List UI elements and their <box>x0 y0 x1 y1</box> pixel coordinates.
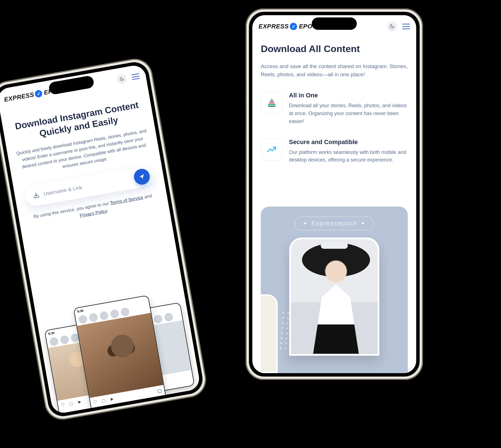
menu-bar-icon <box>132 75 140 78</box>
menu-button[interactable] <box>131 73 140 80</box>
svg-point-3 <box>271 98 273 100</box>
menu-button[interactable] <box>402 24 410 29</box>
clock-time: 8:30 <box>48 331 55 335</box>
device-button <box>246 141 246 172</box>
screen-left: EXPRESS ✓ EPOCH Download Instagram <box>0 64 201 415</box>
device-bezel: EXPRESS ✓ EPOCH Download All Conten <box>249 12 420 377</box>
promo-label: Expressepoch <box>311 220 357 227</box>
device-notch <box>312 17 357 30</box>
section-heading: Download All Content <box>261 43 408 54</box>
main-content: Download All Content Access and save all… <box>261 43 408 164</box>
terms-of-service-link[interactable]: Terms of Service <box>110 195 143 205</box>
feature-body: Download all your stories, Reels, photos… <box>289 102 408 126</box>
clock-time: 8:30 <box>77 309 84 313</box>
promo-panel: ✦ Expressepoch ✦ <box>261 207 408 373</box>
feature-all-in-one: All in One Download all your stories, Re… <box>261 92 408 126</box>
promo-device <box>289 238 379 356</box>
feature-title: All in One <box>289 92 408 99</box>
menu-bar-icon <box>131 73 139 75</box>
device-button <box>422 110 423 158</box>
brand-text-left: EXPRESS <box>4 91 35 103</box>
screen-right: EXPRESS ✓ EPOCH Download All Conten <box>252 15 416 373</box>
device-button <box>0 148 3 163</box>
heart-icon: ♡ <box>61 402 65 408</box>
menu-bar-icon <box>402 24 410 24</box>
agreement-mid: and <box>144 193 152 199</box>
svg-rect-1 <box>269 102 275 104</box>
instagram-preview-stack: 8:30 ♡ ◌ ➤ ▢ 8:30 8:30 <box>43 282 194 415</box>
menu-bar-icon <box>132 78 140 80</box>
promo-photo <box>291 239 378 354</box>
submit-button[interactable] <box>133 168 151 186</box>
brand-text-left: EXPRESS <box>259 23 289 30</box>
trending-up-icon <box>266 144 277 155</box>
device-notch <box>321 243 348 249</box>
moon-icon <box>119 77 124 82</box>
bookmark-icon: ▢ <box>157 387 162 393</box>
promo-side-device <box>261 294 278 373</box>
heart-icon: ♡ <box>93 399 98 405</box>
comment-icon: ◌ <box>101 398 106 404</box>
section-lead: Access and save all the content shared o… <box>261 62 408 79</box>
preview-photo <box>77 313 163 398</box>
hero: Download Instagram Content Quickly and E… <box>10 98 160 228</box>
feature-body: Our platform works seamlessly with both … <box>289 149 408 164</box>
sparkle-icon: ✦ <box>361 220 366 227</box>
device-button <box>246 104 246 135</box>
device-bezel: EXPRESS ✓ EPOCH Download Instagram <box>0 60 205 418</box>
sparkle-icon: ✦ <box>303 220 308 227</box>
feature-secure: Secure and Compatible Our platform works… <box>261 138 408 164</box>
stack-icon <box>266 97 277 108</box>
share-icon: ➤ <box>110 396 114 402</box>
promo-badge: ✦ Expressepoch ✦ <box>295 217 373 230</box>
search-input[interactable] <box>43 176 130 197</box>
feature-title: Secure and Compatible <box>289 138 408 146</box>
share-icon: ➤ <box>77 399 82 405</box>
device-button <box>246 79 246 96</box>
svg-rect-2 <box>270 100 273 102</box>
device-mockup-right: EXPRESS ✓ EPOCH Download All Conten <box>246 8 423 380</box>
dark-mode-toggle[interactable] <box>116 73 128 85</box>
verified-badge-icon: ✓ <box>34 89 43 98</box>
dark-mode-toggle[interactable] <box>387 21 397 32</box>
verified-badge-icon: ✓ <box>290 23 297 30</box>
download-icon <box>33 192 40 199</box>
device-mockup-left: EXPRESS ✓ EPOCH Download Instagram <box>0 56 209 422</box>
comment-icon: ◌ <box>69 400 74 406</box>
menu-bar-icon <box>402 28 410 29</box>
svg-rect-0 <box>268 104 276 106</box>
send-icon <box>138 173 145 180</box>
feature-icon-trend <box>261 138 283 160</box>
moon-icon <box>389 24 395 29</box>
menu-bar-icon <box>402 26 410 27</box>
feature-icon-stack <box>261 92 283 114</box>
